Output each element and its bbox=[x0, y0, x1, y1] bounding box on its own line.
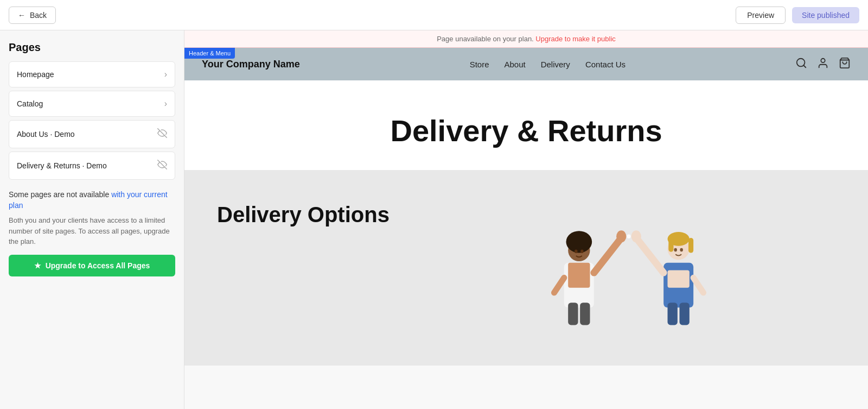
svg-point-31 bbox=[627, 235, 630, 238]
sidebar-item-about-us-demo[interactable]: About Us · Demo bbox=[9, 120, 175, 148]
delivery-options-title: Delivery Options bbox=[217, 203, 390, 227]
sidebar-item-delivery-returns-demo[interactable]: Delivery & Returns · Demo bbox=[9, 152, 175, 180]
svg-rect-28 bbox=[679, 303, 689, 325]
header-menu-badge: Header & Menu bbox=[184, 48, 235, 59]
upgrade-button[interactable]: ★ Upgrade to Access All Pages bbox=[9, 255, 175, 276]
svg-point-16 bbox=[575, 250, 578, 253]
site-header: Header & Menu Your Company Name Store Ab… bbox=[184, 48, 868, 80]
eye-off-icon-2 bbox=[157, 160, 167, 172]
sidebar: Pages Homepage › Catalog › About Us · De… bbox=[0, 30, 184, 409]
star-icon: ★ bbox=[34, 261, 41, 270]
search-icon[interactable] bbox=[795, 57, 807, 72]
page-hero-title: Delivery & Returns bbox=[390, 113, 662, 148]
sidebar-item-homepage[interactable]: Homepage › bbox=[9, 61, 175, 87]
chevron-right-icon: › bbox=[164, 70, 167, 79]
about-us-hidden-icon bbox=[157, 128, 167, 140]
preview-area: Page unavailable on your plan. Upgrade t… bbox=[184, 30, 868, 409]
nav-delivery[interactable]: Delivery bbox=[541, 60, 570, 69]
delivery-hidden-icon bbox=[157, 160, 167, 172]
warning-bar: Page unavailable on your plan. Upgrade t… bbox=[184, 30, 868, 48]
svg-point-17 bbox=[580, 250, 584, 253]
preview-button[interactable]: Preview bbox=[736, 7, 786, 24]
back-arrow-icon: ← bbox=[18, 11, 25, 20]
back-label: Back bbox=[30, 11, 47, 20]
catalog-label: Catalog bbox=[17, 99, 43, 108]
svg-point-25 bbox=[631, 230, 641, 242]
svg-point-30 bbox=[680, 248, 683, 251]
nav-contact-us[interactable]: Contact Us bbox=[585, 60, 626, 69]
homepage-label: Homepage bbox=[17, 70, 54, 79]
site-logo: Your Company Name bbox=[202, 59, 300, 70]
svg-rect-6 bbox=[524, 208, 733, 328]
site-header-icons bbox=[795, 57, 851, 72]
cart-icon[interactable] bbox=[839, 57, 851, 72]
account-icon[interactable] bbox=[817, 57, 829, 72]
svg-point-12 bbox=[616, 230, 626, 242]
chevron-right-icon: › bbox=[164, 99, 167, 109]
svg-point-29 bbox=[674, 248, 677, 251]
delivery-returns-demo-label: Delivery & Returns · Demo bbox=[17, 161, 107, 170]
top-bar-right: Preview Site published bbox=[736, 7, 859, 24]
delivery-image-area bbox=[422, 203, 835, 333]
svg-rect-27 bbox=[667, 303, 677, 325]
top-bar: ← Back Preview Site published bbox=[0, 0, 868, 30]
plan-notice-link[interactable]: with your current plan bbox=[9, 190, 168, 210]
main-layout: Pages Homepage › Catalog › About Us · De… bbox=[0, 30, 868, 409]
warning-upgrade-link[interactable]: Upgrade to make it public bbox=[535, 35, 615, 43]
homepage-chevron: › bbox=[164, 70, 167, 79]
nav-store[interactable]: Store bbox=[470, 60, 489, 69]
page-hero: Delivery & Returns bbox=[184, 80, 868, 170]
svg-rect-15 bbox=[580, 303, 590, 325]
published-badge: Site published bbox=[792, 7, 859, 23]
svg-point-10 bbox=[566, 231, 592, 253]
about-us-demo-label: About Us · Demo bbox=[17, 130, 75, 139]
plan-notice-heading: Some pages are not available with your c… bbox=[9, 190, 175, 211]
upgrade-label: Upgrade to Access All Pages bbox=[46, 261, 150, 270]
site-content: Delivery & Returns Delivery Options bbox=[184, 80, 868, 409]
svg-rect-19 bbox=[667, 270, 689, 288]
svg-rect-22 bbox=[668, 238, 673, 252]
sidebar-title: Pages bbox=[9, 41, 175, 54]
people-illustration bbox=[520, 208, 737, 328]
svg-rect-23 bbox=[688, 238, 693, 253]
delivery-options-section: Delivery Options bbox=[184, 170, 868, 366]
eye-off-icon bbox=[157, 128, 167, 140]
plan-notice-body: Both you and your clients have access to… bbox=[9, 215, 175, 247]
back-button[interactable]: ← Back bbox=[9, 7, 56, 24]
svg-point-4 bbox=[821, 58, 825, 62]
sidebar-item-catalog[interactable]: Catalog › bbox=[9, 91, 175, 117]
plan-notice: Some pages are not available with your c… bbox=[9, 190, 175, 276]
svg-line-3 bbox=[803, 65, 806, 67]
catalog-chevron: › bbox=[164, 99, 167, 109]
svg-rect-8 bbox=[568, 263, 590, 288]
nav-about[interactable]: About bbox=[504, 60, 525, 69]
svg-rect-14 bbox=[568, 303, 578, 325]
warning-text: Page unavailable on your plan. bbox=[437, 35, 534, 43]
site-nav: Store About Delivery Contact Us bbox=[470, 60, 626, 69]
